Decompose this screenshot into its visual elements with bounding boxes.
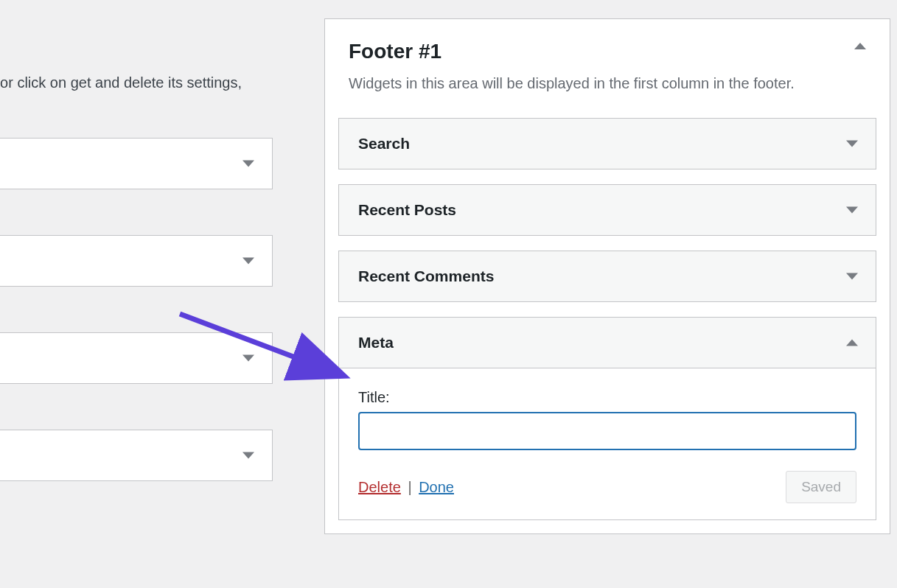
chevron-down-icon [846,207,858,214]
available-widget-item[interactable] [0,235,273,287]
available-widget-item[interactable] [0,138,273,189]
chevron-down-icon [242,355,254,362]
done-link[interactable]: Done [419,479,454,495]
widget-meta: Meta [338,317,876,368]
available-widget-caption: f categories. [0,490,273,506]
available-heading: ts [0,41,273,60]
action-links: Delete | Done [358,479,454,496]
widget-list: Search Recent Posts Recent Comments Meta… [325,108,890,533]
chevron-down-icon [846,141,858,147]
saved-button: Saved [786,471,856,503]
chevron-down-icon [242,161,254,167]
available-widget-item[interactable] [0,430,273,481]
widget-recent-comments: Recent Comments [338,251,876,302]
available-widget-caption: ayer. [0,295,273,312]
widget-header[interactable]: Recent Comments [339,251,876,301]
sidebar-panel-description: Widgets in this area will be displayed i… [349,72,866,94]
widget-title: Recent Posts [358,201,456,218]
available-description: rag it to a sidebar or click on get and … [0,71,273,116]
chevron-up-icon [846,340,858,346]
sidebar-panel-header[interactable]: Footer #1 Widgets in this area will be d… [325,19,890,108]
widget-title: Search [358,135,410,152]
title-input[interactable] [358,412,856,450]
widget-title: Recent Comments [358,267,494,284]
available-widget-caption: your site's Posts. [0,198,273,214]
chevron-down-icon [242,452,254,459]
sidebar-panel-title: Footer #1 [349,40,866,63]
title-field-label: Title: [358,389,856,406]
widget-actions: Delete | Done Saved [358,471,856,503]
available-widget-caption: te's posts. [0,393,273,409]
chevron-down-icon [846,273,858,280]
widget-meta-body: Title: Delete | Done Saved [338,368,876,520]
widget-search: Search [338,118,876,169]
widget-title: Meta [358,334,394,351]
sidebar-panel-footer1: Footer #1 Widgets in this area will be d… [324,18,890,534]
widget-header[interactable]: Meta [339,318,876,368]
available-widget-item[interactable] [0,332,273,384]
available-widgets-column: ts rag it to a sidebar or click on get a… [0,0,273,527]
chevron-up-icon [854,43,866,49]
widget-header[interactable]: Search [339,119,876,169]
delete-link[interactable]: Delete [358,479,401,495]
link-separator: | [408,479,416,495]
chevron-down-icon [242,258,254,265]
widget-header[interactable]: Recent Posts [339,185,876,235]
widget-recent-posts: Recent Posts [338,184,876,236]
